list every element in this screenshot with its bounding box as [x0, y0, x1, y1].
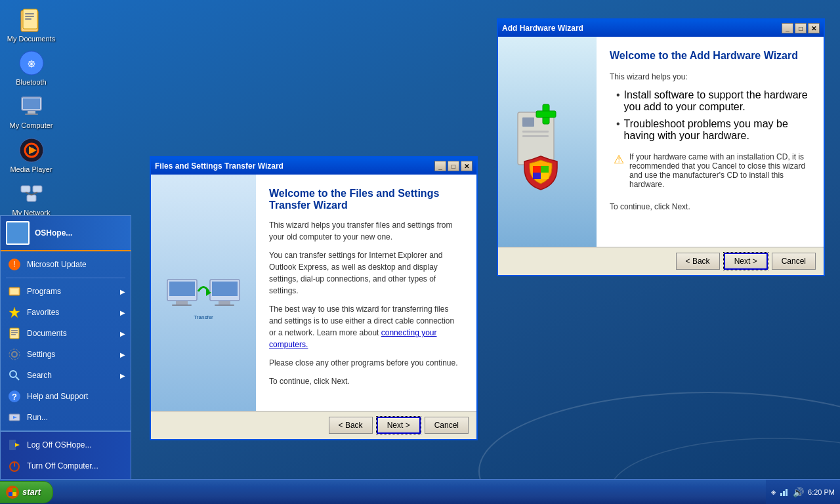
desktop-icon-media-player[interactable]: Media Player [7, 137, 56, 174]
media-player-icon [18, 137, 45, 163]
files-wizard-cancel-button[interactable]: Cancel [425, 417, 469, 434]
svg-rect-37 [10, 328, 19, 339]
hardware-wizard-left-panel [498, 37, 597, 247]
menu-item-run[interactable]: Run... [1, 407, 131, 428]
taskbar-bluetooth-icon: ⎈ [771, 488, 776, 497]
desktop-icon-my-documents[interactable]: My Documents [7, 7, 56, 43]
my-network-icon [18, 180, 45, 207]
files-wizard-right-panel: Welcome to the Files and Settings Transf… [256, 175, 476, 411]
taskbar-network-icon [780, 488, 789, 497]
user-avatar [6, 221, 30, 245]
svg-rect-17 [21, 186, 30, 192]
taskbar-items [56, 480, 766, 504]
files-wizard-next-button[interactable]: Next > [377, 417, 421, 434]
start-button[interactable]: start [0, 481, 53, 503]
files-wizard-close[interactable]: ✕ [461, 161, 472, 171]
svg-marker-50 [15, 443, 20, 447]
files-wizard-para2: You can transfer settings for Internet E… [269, 249, 463, 297]
search-arrow: ▶ [120, 372, 125, 379]
menu-item-microsoft-update[interactable]: ! Microsoft Update [1, 254, 131, 275]
svg-rect-72 [533, 173, 541, 179]
svg-text:!: ! [13, 260, 15, 269]
hardware-wizard-cancel-button[interactable]: Cancel [772, 253, 816, 270]
menu-item-programs[interactable]: Programs ▶ [1, 281, 131, 302]
menu-item-logoff[interactable]: Log Off OSHope... [1, 434, 131, 455]
hardware-wizard-next-button[interactable]: Next > [724, 253, 768, 270]
files-wizard-back-button[interactable]: < Back [329, 417, 373, 434]
start-menu-items: ! Microsoft Update Programs ▶ Favor [1, 251, 131, 430]
favorites-icon [7, 305, 22, 320]
programs-label: Programs [27, 287, 61, 296]
svg-rect-54 [169, 282, 195, 296]
search-label: Search [27, 371, 52, 380]
menu-item-help[interactable]: ? Help and Support [1, 386, 131, 407]
svg-point-41 [12, 352, 17, 357]
svg-rect-56 [172, 304, 192, 306]
menu-item-search[interactable]: Search ▶ [1, 365, 131, 386]
svg-rect-81 [786, 489, 788, 496]
hardware-wizard-title: Add Hardware Wizard [502, 24, 583, 33]
hardware-wizard-minimize[interactable]: _ [782, 23, 793, 33]
desktop-icon-my-computer[interactable]: My Computer [7, 93, 56, 130]
svg-rect-4 [25, 13, 34, 14]
settings-arrow: ▶ [120, 351, 125, 358]
hardware-wizard-back-button[interactable]: < Back [676, 253, 720, 270]
files-wizard-para4: Please close any other programs before y… [269, 357, 463, 369]
taskbar-volume-icon: 🔊 [793, 487, 804, 497]
svg-rect-10 [23, 98, 40, 109]
run-icon [7, 410, 22, 425]
settings-icon [7, 347, 22, 362]
svg-rect-75 [9, 488, 12, 492]
svg-line-21 [32, 192, 37, 195]
programs-arrow: ▶ [120, 288, 125, 295]
svg-text:?: ? [12, 392, 17, 402]
logoff-label: Log Off OSHope... [27, 440, 92, 450]
menu-item-documents[interactable]: Documents ▶ [1, 323, 131, 344]
hardware-illustration [505, 93, 590, 191]
microsoft-update-label: Microsoft Update [27, 260, 87, 269]
svg-text:⎈: ⎈ [28, 56, 35, 70]
svg-rect-66 [522, 131, 549, 133]
files-wizard-maximize[interactable]: □ [448, 161, 459, 171]
taskbar-system-tray: ⎈ 🔊 6:20 PM [766, 480, 840, 504]
svg-line-20 [26, 192, 32, 195]
username-label: OSHope... [35, 228, 72, 238]
svg-rect-12 [25, 114, 38, 115]
svg-rect-79 [780, 493, 782, 496]
files-wizard-left-panel: Transfer [151, 175, 256, 411]
start-menu-header: OSHope... [1, 216, 131, 251]
files-wizard-titlebar: Files and Settings Transfer Wizard _ □ ✕ [151, 158, 476, 175]
bluetooth-label: Bluetooth [16, 78, 46, 87]
svg-point-43 [10, 371, 16, 377]
my-documents-icon [18, 7, 45, 33]
programs-icon [7, 284, 22, 299]
svg-marker-36 [9, 307, 20, 318]
files-wizard-para3: The best way to use this wizard for tran… [269, 303, 463, 350]
menu-item-settings[interactable]: Settings ▶ [1, 344, 131, 365]
hardware-wizard-maximize[interactable]: □ [795, 23, 807, 33]
turnoff-icon [7, 459, 22, 473]
desktop-icon-bluetooth[interactable]: ⎈ Bluetooth [7, 50, 56, 87]
files-wizard-minimize[interactable]: _ [434, 161, 446, 171]
bluetooth-icon: ⎈ [18, 50, 45, 76]
menu-item-favorites[interactable]: Favorites ▶ [1, 302, 131, 323]
files-wizard-footer: < Back Next > Cancel [151, 411, 476, 439]
transfer-illustration: Transfer [164, 253, 243, 332]
svg-rect-59 [219, 301, 230, 304]
svg-rect-40 [11, 334, 16, 335]
run-label: Run... [27, 413, 48, 422]
hardware-wizard-close[interactable]: ✕ [808, 23, 820, 33]
hardware-wizard-content: Welcome to the Add Hardware Wizard This … [498, 37, 824, 247]
svg-rect-11 [28, 111, 35, 114]
svg-line-44 [16, 377, 19, 380]
svg-rect-18 [33, 186, 42, 192]
help-icon: ? [7, 389, 22, 404]
svg-rect-70 [533, 166, 541, 173]
my-computer-label: My Computer [9, 121, 52, 130]
menu-item-turnoff[interactable]: Turn Off Computer... [1, 455, 131, 476]
start-logo-icon [5, 485, 20, 499]
svg-rect-35 [10, 289, 18, 294]
hardware-wizard-bullet1: Install software to support the hardware… [610, 89, 810, 113]
hardware-wizard-titlebar-buttons: _ □ ✕ [782, 23, 820, 33]
svg-rect-58 [212, 282, 238, 296]
